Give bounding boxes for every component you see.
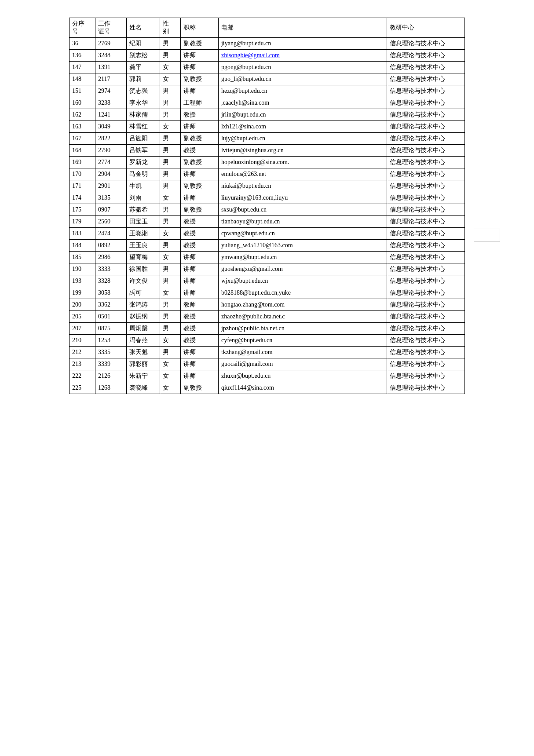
cell-seq: 167 [69,133,95,145]
cell-email: sxsu@bupt.edu.cn [218,204,387,216]
cell-workid: 3328 [95,275,126,287]
cell-center: 信息理论与技术中心 [387,382,465,394]
table-row: 1743135刘雨女讲师liuyurainy@163.com,liuyu信息理论… [69,192,465,204]
cell-center: 信息理论与技术中心 [387,228,465,240]
cell-center: 信息理论与技术中心 [387,180,465,192]
table-row: 1832474王晓湘女教授cpwang@bupt.edu.cn信息理论与技术中心 [69,228,465,240]
cell-email: tianbaoyu@bupt.edu.cn [218,216,387,228]
cell-seq: 213 [69,358,95,370]
cell-title: 讲师 [181,347,218,358]
cell-workid: 1391 [95,62,126,73]
cell-name: 马金明 [126,168,160,180]
cell-center: 信息理论与技术中心 [387,168,465,180]
cell-workid: 3049 [95,121,126,133]
cell-email: hezq@bupt.edu.cn [218,85,387,97]
cell-seq: 148 [69,73,95,85]
cell-gender: 男 [160,109,181,121]
cell-name: 林雪红 [126,121,160,133]
cell-gender: 女 [160,370,181,382]
cell-gender: 女 [160,62,181,73]
cell-center: 信息理论与技术中心 [387,216,465,228]
cell-name: 望育梅 [126,252,160,263]
cell-name: 禹可 [126,287,160,299]
cell-title: 副教授 [181,157,218,168]
cell-email: hongtao.zhang@tom.com [218,299,387,311]
cell-seq: 36 [69,38,95,50]
cell-email: niukai@bupt.edu.cn [218,180,387,192]
cell-gender: 男 [160,347,181,358]
cell-name: 别志松 [126,50,160,62]
cell-email: wjxu@bupt.edu.cn [218,275,387,287]
cell-seq: 170 [69,168,95,180]
cell-name: 吕铁军 [126,145,160,157]
cell-seq: 225 [69,382,95,394]
cell-center: 信息理论与技术中心 [387,97,465,109]
cell-title: 副教授 [181,38,218,50]
cell-title: 讲师 [181,252,218,263]
cell-seq: 171 [69,180,95,192]
cell-email: lujy@bupt.edu.cn [218,133,387,145]
cell-name: 徐国胜 [126,263,160,275]
cell-title: 教授 [181,109,218,121]
cell-email: lxh121@sina.com [218,121,387,133]
cell-center: 信息理论与技术中心 [387,192,465,204]
cell-center: 信息理论与技术中心 [387,38,465,50]
cell-center: 信息理论与技术中心 [387,121,465,133]
cell-title: 副教授 [181,133,218,145]
cell-title: 讲师 [181,62,218,73]
cell-name: 朱新宁 [126,370,160,382]
table-row: 1692774罗新龙男副教授hopeluoxinlong@sina.com.信息… [69,157,465,168]
cell-center: 信息理论与技术中心 [387,73,465,85]
table-row: 1682790吕铁军男教授lvtiejun@tsinghua.org.cn信息理… [69,145,465,157]
table-row: 1603238李永华男工程师,caaclyh@sina.com信息理论与技术中心 [69,97,465,109]
cell-gender: 女 [160,73,181,85]
cell-email: liuyurainy@163.com,liuyu [218,192,387,204]
cell-seq: 184 [69,240,95,252]
table-row: 1750907苏驷希男副教授sxsu@bupt.edu.cn信息理论与技术中心 [69,204,465,216]
header-name: 姓名 [126,18,160,38]
cell-workid: 1268 [95,382,126,394]
cell-email: b028188@bupt.edu.cn,yuke [218,287,387,299]
cell-gender: 男 [160,168,181,180]
cell-title: 教授 [181,240,218,252]
sidebar-button[interactable] [474,229,500,242]
cell-center: 信息理论与技术中心 [387,133,465,145]
cell-gender: 男 [160,275,181,287]
cell-seq: 199 [69,287,95,299]
cell-name: 龚平 [126,62,160,73]
cell-email: hopeluoxinlong@sina.com. [218,157,387,168]
cell-gender: 女 [160,192,181,204]
cell-gender: 男 [160,50,181,62]
cell-workid: 2822 [95,133,126,145]
cell-seq: 174 [69,192,95,204]
cell-gender: 男 [160,299,181,311]
cell-title: 副教授 [181,382,218,394]
cell-name: 罗新龙 [126,157,160,168]
cell-name: 许文俊 [126,275,160,287]
cell-email: yuliang_w451210@163.com [218,240,387,252]
cell-email: guoshengxu@gmail.com [218,263,387,275]
cell-name: 田宝玉 [126,216,160,228]
cell-title: 副教授 [181,73,218,85]
cell-workid: 1253 [95,335,126,347]
cell-center: 信息理论与技术中心 [387,157,465,168]
cell-seq: 179 [69,216,95,228]
cell-email[interactable]: zhisongbie@gmail.com [218,50,387,62]
cell-email: zhuxn@bupt.edu.cn [218,370,387,382]
cell-email: qiuxf1144@sina.com [218,382,387,394]
cell-center: 信息理论与技术中心 [387,299,465,311]
cell-email: zhaozhe@public.bta.net.c [218,311,387,323]
cell-title: 教授 [181,335,218,347]
table-row: 2133339郭彩丽女讲师guocaili@gmail.com信息理论与技术中心 [69,358,465,370]
cell-seq: 168 [69,145,95,157]
cell-seq: 169 [69,157,95,168]
cell-title: 副教授 [181,180,218,192]
cell-gender: 女 [160,335,181,347]
cell-gender: 男 [160,157,181,168]
cell-name: 周炯槃 [126,323,160,335]
cell-seq: 162 [69,109,95,121]
cell-title: 讲师 [181,121,218,133]
cell-seq: 207 [69,323,95,335]
cell-workid: 3238 [95,97,126,109]
staff-table: 分序号 工作证号 姓名 性别 职称 电邮 教研中心 362769纪阳男副教授ji… [69,18,465,394]
